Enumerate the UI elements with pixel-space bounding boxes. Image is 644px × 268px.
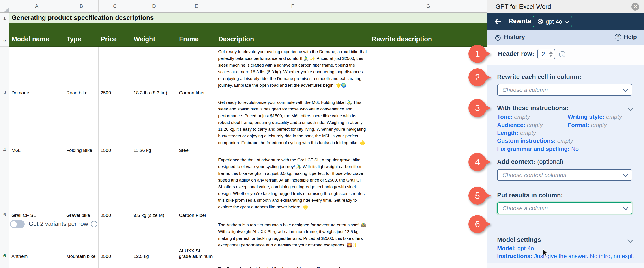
annotation-balloon-1: 1: [468, 45, 486, 63]
pane-bottom-strip: [488, 263, 644, 268]
cell-e3[interactable]: Carbon fiber: [177, 47, 216, 97]
cell-e7[interactable]: [177, 261, 216, 268]
header-cell-price[interactable]: Price: [98, 23, 132, 47]
column-header-e[interactable]: E: [177, 0, 216, 13]
instruction-fix-grammar[interactable]: Fix grammar and spelling: No: [497, 145, 578, 153]
row-header-1[interactable]: 1: [0, 13, 10, 23]
cell-f4[interactable]: Get ready to revolutionize your commute …: [216, 97, 370, 155]
header-row-stepper[interactable]: 2: [537, 49, 555, 59]
model-settings-model[interactable]: Model: gpt-4o: [497, 244, 534, 252]
instruction-custom[interactable]: Custom instructions: empty: [497, 137, 573, 145]
cell-c4[interactable]: 1500: [98, 97, 132, 155]
column-header-c[interactable]: C: [98, 0, 132, 13]
cell-a5[interactable]: Grail CF SL: [10, 155, 64, 220]
history-icon: [495, 34, 501, 41]
header-row-label: Header row:: [498, 50, 534, 58]
cell-d7[interactable]: [132, 261, 177, 268]
model-settings-label: Model settings: [497, 236, 541, 244]
chevron-down-icon: [623, 87, 628, 92]
column-header-g[interactable]: G: [370, 0, 487, 13]
close-icon[interactable]: ✕: [632, 3, 639, 11]
sheet-row-1: 1 Generating product specification descr…: [0, 13, 487, 23]
row-header-3[interactable]: 3: [0, 47, 10, 97]
cell-d3[interactable]: 18.3 lbs (8.3 kg): [132, 47, 177, 97]
column-header-strip: A B C D E F G: [0, 0, 487, 13]
instruction-tone[interactable]: Tone: empty: [497, 113, 530, 121]
cell-b3[interactable]: Road bike: [64, 47, 98, 97]
select-all-corner[interactable]: [0, 0, 10, 13]
pane-toolbar: Rewrite gpt-4o: [488, 14, 644, 30]
put-results-dropdown[interactable]: Choose a column: [497, 202, 632, 214]
cell-f5[interactable]: Experience the thrill of adventure with …: [216, 155, 370, 220]
variants-toggle[interactable]: [10, 220, 25, 228]
instruction-audience[interactable]: Audience: empty: [497, 121, 543, 129]
cell-e4[interactable]: Steel: [177, 97, 216, 155]
help-button[interactable]: ? Help: [615, 34, 637, 41]
mouse-cursor: [543, 249, 549, 256]
column-header-b[interactable]: B: [64, 0, 98, 13]
instructions-section-label: With these instructions:: [497, 104, 568, 112]
help-label: Help: [624, 34, 637, 41]
cell-c5[interactable]: 2500: [98, 155, 132, 220]
header-row-value: 2: [538, 51, 549, 58]
cell-a7[interactable]: [10, 261, 64, 268]
column-header-f[interactable]: F: [216, 0, 370, 13]
annotation-balloon-4: 4: [468, 153, 486, 171]
cell-f3[interactable]: Get ready to elevate your cycling experi…: [216, 47, 370, 97]
column-header-d[interactable]: D: [132, 0, 177, 13]
spreadsheet: A B C D E F G 1 Generating product speci…: [0, 0, 487, 268]
model-settings-instructions[interactable]: Instructions: Just give the answer. No i…: [497, 252, 634, 260]
cell-f6[interactable]: The Anthem is a top-tier mountain bike d…: [216, 220, 370, 261]
row-header-4[interactable]: 4: [0, 97, 10, 155]
cell-e5[interactable]: Carbon Fiber: [177, 155, 216, 220]
sheet-title-cell[interactable]: Generating product specification descrip…: [10, 13, 487, 23]
row-header-2[interactable]: 2: [0, 23, 10, 47]
instruction-writing-style[interactable]: Writing style: empty: [568, 113, 622, 121]
column-header-a[interactable]: A: [10, 0, 64, 13]
rewrite-column-placeholder: Choose a column: [502, 87, 624, 93]
instruction-format[interactable]: Format: empty: [568, 121, 607, 129]
header-cell-rewrite-description[interactable]: Rewrite description: [370, 23, 487, 47]
info-icon[interactable]: i: [559, 51, 566, 57]
history-bar: History ? Help: [488, 30, 644, 45]
cell-d5[interactable]: 8.5 kg (size M): [132, 155, 177, 220]
chevron-down-icon: [564, 19, 570, 24]
cell-d4[interactable]: 11.26 kg: [132, 97, 177, 155]
header-cell-description[interactable]: Description: [216, 23, 370, 47]
add-context-dropdown[interactable]: Choose context columns: [497, 169, 632, 181]
info-icon[interactable]: i: [91, 221, 97, 227]
cell-c7[interactable]: [98, 261, 132, 268]
sheet-row-5: 5 Grail CF SL Gravel bike 2500 8.5 kg (s…: [0, 155, 487, 220]
sheet-row-7: The Redux is a sleek hybrid bike designe…: [0, 261, 487, 268]
cell-b5[interactable]: Gravel bike: [64, 155, 98, 220]
annotation-balloon-6: 6: [468, 215, 486, 233]
screenshot-root: A B C D E F G 1 Generating product speci…: [0, 0, 644, 268]
cell-e6[interactable]: ALUXX SL-grade aluminum: [177, 220, 216, 261]
optional-hint: (optional): [537, 158, 564, 165]
cell-a4[interactable]: M6L: [10, 97, 64, 155]
stepper-arrows-icon[interactable]: [549, 51, 553, 57]
row-header-6[interactable]: 6: [0, 220, 10, 261]
instruction-length[interactable]: Length: empty: [497, 129, 536, 137]
sheet-row-4: 4 M6L Folding Bike 1500 11.26 kg Steel G…: [0, 97, 487, 155]
cell-c3[interactable]: 2500: [98, 47, 132, 97]
cell-g7[interactable]: [370, 261, 487, 268]
cell-f7[interactable]: The Redux is a sleek hybrid bike designe…: [216, 261, 370, 268]
cell-b4[interactable]: Folding Bike: [64, 97, 98, 155]
cell-a3[interactable]: Domane: [10, 47, 64, 97]
row-header-5[interactable]: 5: [0, 155, 10, 220]
header-cell-frame[interactable]: Frame: [177, 23, 216, 47]
row-header-7[interactable]: [0, 261, 10, 268]
cell-b7[interactable]: [64, 261, 98, 268]
history-button[interactable]: History: [495, 34, 525, 41]
rewrite-column-dropdown[interactable]: Choose a column: [497, 84, 632, 96]
header-cell-model-name[interactable]: Model name: [10, 23, 64, 47]
annotation-balloon-5: 5: [468, 187, 486, 205]
header-cell-type[interactable]: Type: [64, 23, 98, 47]
back-arrow-icon[interactable]: [492, 17, 501, 26]
model-selector-button[interactable]: gpt-4o: [533, 16, 572, 27]
cell-c6[interactable]: 2500: [98, 220, 132, 261]
header-cell-weight[interactable]: Weight: [132, 23, 177, 47]
model-selector-label: gpt-4o: [546, 18, 562, 25]
cell-d6[interactable]: 12.5 kg: [132, 220, 177, 261]
